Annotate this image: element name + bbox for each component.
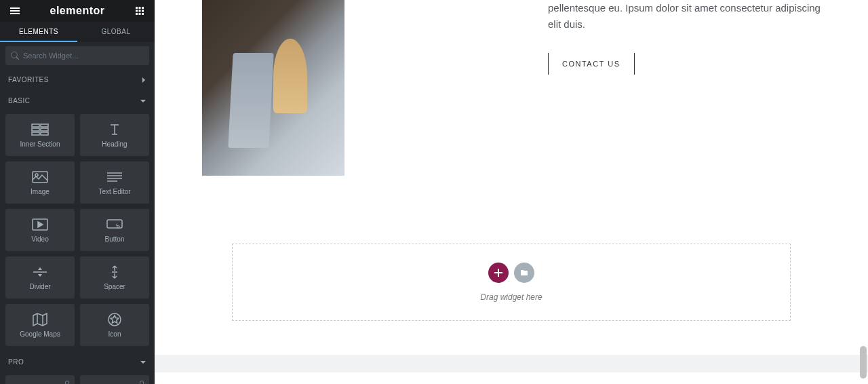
folder-icon [520, 269, 528, 277]
add-section-button[interactable] [488, 263, 509, 283]
chevron-right-icon [141, 77, 146, 83]
spacer-icon [105, 265, 124, 279]
inner-section-icon [31, 123, 50, 136]
plus-icon [494, 269, 502, 277]
content-paragraph[interactable]: pellentesque eu. Ipsum dolor sit amet co… [548, 0, 821, 33]
lock-icon [138, 378, 145, 384]
widget-icon[interactable]: Icon [80, 304, 149, 346]
menu-button[interactable] [7, 3, 23, 19]
svg-rect-29 [494, 272, 502, 273]
widget-pro-item[interactable] [80, 375, 149, 384]
svg-rect-0 [10, 7, 20, 9]
widget-label: Divider [29, 283, 50, 290]
google-maps-icon [31, 313, 50, 326]
svg-rect-15 [41, 128, 48, 131]
svg-rect-5 [142, 7, 144, 9]
widget-dropzone[interactable]: Drag widget here [232, 244, 791, 321]
widget-label: Text Editor [98, 188, 130, 195]
svg-rect-11 [142, 13, 144, 15]
content-image[interactable] [202, 0, 344, 176]
search-box [5, 46, 149, 65]
divider-icon [31, 265, 50, 279]
svg-rect-3 [136, 7, 138, 9]
chevron-down-icon [140, 98, 146, 104]
widget-inner-section[interactable]: Inner Section [5, 114, 75, 156]
widget-heading[interactable]: Heading [80, 114, 149, 156]
svg-rect-4 [139, 7, 141, 9]
svg-rect-14 [32, 128, 39, 131]
svg-rect-9 [136, 13, 138, 15]
icon-icon [105, 313, 124, 326]
widget-label: Spacer [104, 283, 125, 290]
menu-icon [10, 6, 20, 16]
tab-elements[interactable]: ELEMENTS [0, 22, 77, 42]
category-label: BASIC [8, 97, 31, 104]
category-favorites[interactable]: FAVORITES [0, 69, 155, 90]
category-label: FAVORITES [8, 76, 49, 83]
svg-rect-12 [32, 124, 39, 127]
tab-global[interactable]: GLOBAL [77, 22, 155, 42]
editor-canvas[interactable]: pellentesque eu. Ipsum dolor sit amet co… [155, 0, 868, 384]
svg-rect-10 [139, 13, 141, 15]
logo: elementor [50, 5, 105, 17]
scrollbar-thumb[interactable] [860, 346, 867, 379]
widget-label: Image [31, 188, 50, 195]
svg-rect-16 [32, 132, 39, 135]
widget-pro-item[interactable] [5, 375, 75, 384]
template-library-button[interactable] [514, 263, 534, 283]
heading-icon [105, 123, 124, 136]
widget-text-editor[interactable]: Text Editor [80, 161, 149, 204]
svg-rect-2 [10, 13, 20, 14]
contact-us-button[interactable]: CONTACT US [548, 53, 635, 75]
widget-spacer[interactable]: Spacer [80, 256, 149, 299]
button-icon [105, 218, 124, 231]
widgets-grid-button[interactable] [132, 3, 148, 19]
panel-tabs: ELEMENTS GLOBAL [0, 22, 155, 42]
category-basic[interactable]: BASIC [0, 90, 155, 111]
svg-rect-1 [10, 10, 20, 12]
image-icon [31, 170, 50, 184]
widget-label: Video [31, 235, 48, 243]
footer-section[interactable] [155, 355, 868, 372]
text-editor-icon [105, 170, 124, 184]
grid-icon [136, 7, 144, 15]
widget-label: Inner Section [20, 140, 60, 148]
search-input[interactable] [23, 52, 144, 60]
category-label: PRO [8, 358, 24, 366]
elementor-panel: elementor ELEMENTS GLOBAL FAVORITES [0, 0, 155, 384]
lock-icon [64, 378, 71, 384]
svg-rect-7 [139, 10, 141, 12]
widget-google-maps[interactable]: Google Maps [5, 304, 75, 346]
widget-image[interactable]: Image [5, 161, 75, 204]
widget-label: Button [105, 235, 125, 243]
search-icon [11, 52, 19, 60]
widget-button[interactable]: Button [80, 209, 149, 251]
svg-rect-17 [41, 132, 48, 135]
widget-divider[interactable]: Divider [5, 256, 75, 299]
category-pro[interactable]: PRO [0, 351, 155, 372]
widget-label: Heading [102, 140, 127, 148]
widget-video[interactable]: Video [5, 209, 75, 251]
widget-label: Icon [108, 330, 121, 338]
video-icon [31, 218, 50, 231]
chevron-down-icon [140, 360, 146, 365]
dropzone-hint: Drag widget here [480, 292, 542, 302]
widget-label: Google Maps [20, 330, 60, 338]
panel-header: elementor [0, 0, 155, 22]
svg-rect-13 [41, 124, 48, 127]
svg-rect-8 [142, 10, 144, 12]
svg-rect-6 [136, 10, 138, 12]
